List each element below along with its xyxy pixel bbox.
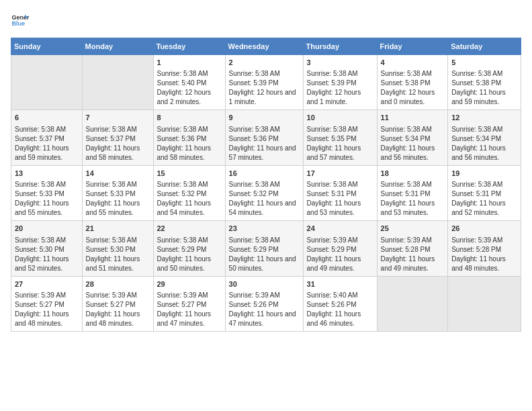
day-info: Sunrise: 5:40 AMSunset: 5:26 PMDaylight:… (307, 291, 373, 328)
day-number: 1 (157, 58, 222, 68)
day-info: Sunrise: 5:38 AMSunset: 5:33 PMDaylight:… (86, 180, 150, 218)
day-number: 31 (307, 279, 373, 289)
col-header-thursday: Thursday (303, 38, 377, 55)
day-number: 25 (381, 224, 445, 234)
day-info: Sunrise: 5:39 AMSunset: 5:27 PMDaylight:… (86, 291, 150, 328)
calendar-cell: 9Sunrise: 5:38 AMSunset: 5:36 PMDaylight… (225, 110, 303, 165)
calendar-week-4: 20Sunrise: 5:38 AMSunset: 5:30 PMDayligh… (11, 221, 521, 276)
col-header-saturday: Saturday (448, 38, 521, 55)
day-number: 6 (15, 113, 79, 123)
calendar-cell: 4Sunrise: 5:38 AMSunset: 5:38 PMDaylight… (377, 55, 448, 110)
day-number: 17 (307, 169, 373, 179)
col-header-friday: Friday (377, 38, 448, 55)
calendar-cell: 7Sunrise: 5:38 AMSunset: 5:37 PMDaylight… (82, 110, 153, 165)
day-info: Sunrise: 5:38 AMSunset: 5:30 PMDaylight:… (86, 236, 150, 273)
day-number: 5 (451, 58, 517, 68)
calendar-cell: 13Sunrise: 5:38 AMSunset: 5:33 PMDayligh… (11, 165, 83, 220)
day-number: 8 (157, 113, 222, 123)
header-row: SundayMondayTuesdayWednesdayThursdayFrid… (11, 38, 521, 55)
day-number: 7 (86, 113, 150, 123)
day-number: 12 (451, 113, 517, 123)
calendar-cell: 12Sunrise: 5:38 AMSunset: 5:34 PMDayligh… (448, 110, 521, 165)
day-info: Sunrise: 5:38 AMSunset: 5:32 PMDaylight:… (157, 180, 222, 218)
calendar-cell: 15Sunrise: 5:38 AMSunset: 5:32 PMDayligh… (153, 165, 225, 220)
calendar-week-2: 6Sunrise: 5:38 AMSunset: 5:37 PMDaylight… (11, 110, 521, 165)
day-number: 21 (86, 224, 150, 234)
calendar-cell: 28Sunrise: 5:39 AMSunset: 5:27 PMDayligh… (82, 276, 153, 331)
col-header-sunday: Sunday (11, 38, 83, 55)
calendar-cell: 8Sunrise: 5:38 AMSunset: 5:36 PMDaylight… (153, 110, 225, 165)
day-number: 26 (451, 224, 517, 234)
calendar-cell: 1Sunrise: 5:38 AMSunset: 5:40 PMDaylight… (153, 55, 225, 110)
calendar-cell: 26Sunrise: 5:39 AMSunset: 5:28 PMDayligh… (448, 221, 521, 276)
calendar-cell (448, 276, 521, 331)
day-info: Sunrise: 5:38 AMSunset: 5:38 PMDaylight:… (381, 69, 445, 107)
svg-text:Blue: Blue (11, 20, 25, 27)
calendar-cell: 27Sunrise: 5:39 AMSunset: 5:27 PMDayligh… (11, 276, 83, 331)
day-info: Sunrise: 5:38 AMSunset: 5:36 PMDaylight:… (157, 125, 222, 163)
day-info: Sunrise: 5:38 AMSunset: 5:35 PMDaylight:… (307, 125, 373, 163)
day-info: Sunrise: 5:39 AMSunset: 5:26 PMDaylight:… (229, 291, 300, 328)
day-info: Sunrise: 5:38 AMSunset: 5:39 PMDaylight:… (229, 69, 300, 107)
day-number: 16 (229, 169, 300, 179)
calendar-cell: 17Sunrise: 5:38 AMSunset: 5:31 PMDayligh… (303, 165, 377, 220)
day-info: Sunrise: 5:38 AMSunset: 5:29 PMDaylight:… (229, 236, 300, 273)
calendar-cell: 14Sunrise: 5:38 AMSunset: 5:33 PMDayligh… (82, 165, 153, 220)
day-info: Sunrise: 5:38 AMSunset: 5:37 PMDaylight:… (15, 125, 79, 163)
day-info: Sunrise: 5:39 AMSunset: 5:27 PMDaylight:… (157, 291, 222, 328)
calendar-cell: 19Sunrise: 5:38 AMSunset: 5:31 PMDayligh… (448, 165, 521, 220)
day-info: Sunrise: 5:38 AMSunset: 5:34 PMDaylight:… (381, 125, 445, 163)
calendar-cell: 5Sunrise: 5:38 AMSunset: 5:38 PMDaylight… (448, 55, 521, 110)
day-number: 4 (381, 58, 445, 68)
logo-icon: General Blue (11, 11, 30, 30)
day-number: 14 (86, 169, 150, 179)
calendar-cell: 23Sunrise: 5:38 AMSunset: 5:29 PMDayligh… (225, 221, 303, 276)
day-number: 23 (229, 224, 300, 234)
day-info: Sunrise: 5:38 AMSunset: 5:37 PMDaylight:… (86, 125, 150, 163)
day-number: 18 (381, 169, 445, 179)
calendar-cell: 21Sunrise: 5:38 AMSunset: 5:30 PMDayligh… (82, 221, 153, 276)
calendar-week-1: 1Sunrise: 5:38 AMSunset: 5:40 PMDaylight… (11, 55, 521, 110)
day-info: Sunrise: 5:38 AMSunset: 5:33 PMDaylight:… (15, 180, 79, 218)
calendar-cell: 30Sunrise: 5:39 AMSunset: 5:26 PMDayligh… (225, 276, 303, 331)
day-number: 22 (157, 224, 222, 234)
calendar-cell: 24Sunrise: 5:39 AMSunset: 5:29 PMDayligh… (303, 221, 377, 276)
day-info: Sunrise: 5:38 AMSunset: 5:30 PMDaylight:… (15, 236, 79, 273)
day-info: Sunrise: 5:38 AMSunset: 5:31 PMDaylight:… (451, 180, 517, 218)
calendar-cell: 29Sunrise: 5:39 AMSunset: 5:27 PMDayligh… (153, 276, 225, 331)
day-number: 9 (229, 113, 300, 123)
col-header-tuesday: Tuesday (153, 38, 225, 55)
day-number: 19 (451, 169, 517, 179)
day-number: 15 (157, 169, 222, 179)
calendar-cell: 16Sunrise: 5:38 AMSunset: 5:32 PMDayligh… (225, 165, 303, 220)
day-number: 29 (157, 279, 222, 289)
day-info: Sunrise: 5:38 AMSunset: 5:39 PMDaylight:… (307, 69, 373, 107)
day-info: Sunrise: 5:39 AMSunset: 5:28 PMDaylight:… (451, 236, 517, 273)
day-info: Sunrise: 5:38 AMSunset: 5:34 PMDaylight:… (451, 125, 517, 163)
calendar-cell (11, 55, 83, 110)
day-number: 10 (307, 113, 373, 123)
calendar-cell: 10Sunrise: 5:38 AMSunset: 5:35 PMDayligh… (303, 110, 377, 165)
day-info: Sunrise: 5:38 AMSunset: 5:38 PMDaylight:… (451, 69, 517, 107)
day-number: 27 (15, 279, 79, 289)
day-info: Sunrise: 5:39 AMSunset: 5:28 PMDaylight:… (381, 236, 445, 273)
day-info: Sunrise: 5:39 AMSunset: 5:27 PMDaylight:… (15, 291, 79, 328)
day-number: 30 (229, 279, 300, 289)
day-number: 20 (15, 224, 79, 234)
calendar-cell: 20Sunrise: 5:38 AMSunset: 5:30 PMDayligh… (11, 221, 83, 276)
calendar-table: SundayMondayTuesdayWednesdayThursdayFrid… (11, 38, 521, 332)
calendar-cell: 18Sunrise: 5:38 AMSunset: 5:31 PMDayligh… (377, 165, 448, 220)
calendar-cell (377, 276, 448, 331)
header: General Blue (11, 11, 521, 30)
day-number: 11 (381, 113, 445, 123)
day-info: Sunrise: 5:39 AMSunset: 5:29 PMDaylight:… (307, 236, 373, 273)
calendar-cell: 25Sunrise: 5:39 AMSunset: 5:28 PMDayligh… (377, 221, 448, 276)
calendar-cell: 6Sunrise: 5:38 AMSunset: 5:37 PMDaylight… (11, 110, 83, 165)
day-number: 24 (307, 224, 373, 234)
day-info: Sunrise: 5:38 AMSunset: 5:32 PMDaylight:… (229, 180, 300, 218)
calendar-cell: 22Sunrise: 5:38 AMSunset: 5:29 PMDayligh… (153, 221, 225, 276)
calendar-cell: 31Sunrise: 5:40 AMSunset: 5:26 PMDayligh… (303, 276, 377, 331)
day-number: 3 (307, 58, 373, 68)
day-number: 2 (229, 58, 300, 68)
day-info: Sunrise: 5:38 AMSunset: 5:36 PMDaylight:… (229, 125, 300, 163)
